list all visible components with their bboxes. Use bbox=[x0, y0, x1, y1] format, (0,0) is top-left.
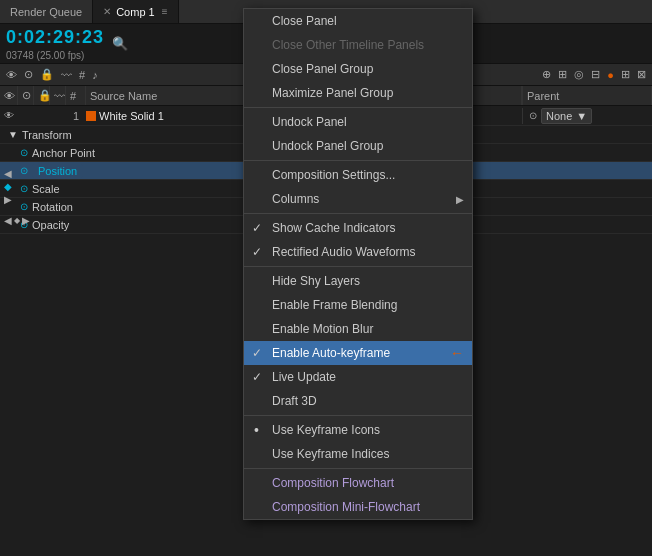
show-cache-check: ✓ bbox=[252, 221, 262, 235]
menu-item-show-cache[interactable]: ✓ Show Cache Indicators bbox=[244, 216, 472, 240]
toolbar-icon-2[interactable]: ⊞ bbox=[556, 68, 569, 81]
parent-dropdown[interactable]: None ▼ bbox=[541, 108, 592, 124]
menu-sep-6 bbox=[244, 468, 472, 469]
layer-eye[interactable]: 👁 bbox=[0, 110, 18, 121]
toolbar-icon-6[interactable]: ⊠ bbox=[635, 68, 648, 81]
rotation-icon: ⊙ bbox=[20, 201, 28, 212]
rotation-label: Rotation bbox=[32, 201, 73, 213]
anchor-point-label: Anchor Point bbox=[32, 147, 95, 159]
columns-arrow-icon: ▶ bbox=[456, 194, 464, 205]
menu-item-keyframe-icons[interactable]: • Use Keyframe Icons bbox=[244, 418, 472, 442]
frame-blending-label: Enable Frame Blending bbox=[272, 298, 397, 312]
close-panel-label: Close Panel bbox=[272, 14, 337, 28]
dropdown-arrow-icon: ▼ bbox=[576, 110, 587, 122]
toolbar-icon-5[interactable]: ⊞ bbox=[619, 68, 632, 81]
layer-name: White Solid 1 bbox=[99, 110, 164, 122]
nav-left-1[interactable]: ◀ bbox=[4, 168, 12, 179]
toolbar-icon-1[interactable]: ⊕ bbox=[540, 68, 553, 81]
fps-info: 03748 (25.00 fps) bbox=[6, 50, 104, 61]
shy-icon[interactable]: 〰 bbox=[59, 69, 74, 81]
header-parent: Parent bbox=[522, 86, 652, 105]
keyframe-nav: ◀ ◆ ▶ bbox=[4, 168, 12, 205]
audio-icon[interactable]: ♪ bbox=[90, 69, 100, 81]
comp-mini-flowchart-label: Composition Mini-Flowchart bbox=[272, 500, 420, 514]
menu-sep-2 bbox=[244, 160, 472, 161]
lock-icon[interactable]: 🔒 bbox=[38, 68, 56, 81]
toolbar-icon-3[interactable]: ◎ bbox=[572, 68, 586, 81]
keyframe-icons-label: Use Keyframe Icons bbox=[272, 423, 380, 437]
live-update-check: ✓ bbox=[252, 370, 262, 384]
hide-shy-label: Hide Shy Layers bbox=[272, 274, 360, 288]
tab-comp1[interactable]: ✕ Comp 1 ≡ bbox=[93, 0, 178, 23]
position-icon: ⊙ bbox=[20, 165, 28, 176]
menu-item-undock-panel-group[interactable]: Undock Panel Group bbox=[244, 134, 472, 158]
solo-icon[interactable]: ⊙ bbox=[22, 68, 35, 81]
nav-right-2[interactable]: ▶ bbox=[22, 215, 30, 226]
auto-keyframe-arrow-icon: ← bbox=[450, 345, 464, 361]
menu-item-motion-blur[interactable]: Enable Motion Blur bbox=[244, 317, 472, 341]
menu-item-keyframe-indices[interactable]: Use Keyframe Indices bbox=[244, 442, 472, 466]
header-parent-label: Parent bbox=[527, 90, 559, 102]
header-shy: 〰 bbox=[50, 86, 66, 105]
menu-item-columns[interactable]: Columns ▶ bbox=[244, 187, 472, 211]
menu-item-auto-keyframe[interactable]: ✓ Enable Auto-keyframe ← bbox=[244, 341, 472, 365]
menu-item-rectified-audio[interactable]: ✓ Rectified Audio Waveforms bbox=[244, 240, 472, 264]
menu-item-maximize-panel-group[interactable]: Maximize Panel Group bbox=[244, 81, 472, 105]
maximize-panel-group-label: Maximize Panel Group bbox=[272, 86, 393, 100]
menu-item-live-update[interactable]: ✓ Live Update bbox=[244, 365, 472, 389]
time-block: 0:02:29:23 03748 (25.00 fps) bbox=[6, 27, 104, 61]
show-cache-label: Show Cache Indicators bbox=[272, 221, 395, 235]
menu-item-close-panel[interactable]: Close Panel bbox=[244, 9, 472, 33]
layer-color-swatch bbox=[86, 111, 96, 121]
menu-item-close-panel-group[interactable]: Close Panel Group bbox=[244, 57, 472, 81]
menu-item-composition-settings[interactable]: Composition Settings... bbox=[244, 163, 472, 187]
menu-item-hide-shy[interactable]: Hide Shy Layers bbox=[244, 269, 472, 293]
auto-keyframe-label: Enable Auto-keyframe bbox=[272, 346, 390, 360]
search-icon[interactable]: 🔍 bbox=[112, 36, 128, 51]
parent-cell: ⊙ None ▼ bbox=[522, 108, 652, 124]
comp-flowchart-label: Composition Flowchart bbox=[272, 476, 394, 490]
menu-item-frame-blending[interactable]: Enable Frame Blending bbox=[244, 293, 472, 317]
nav-right-1[interactable]: ▶ bbox=[4, 194, 12, 205]
undock-panel-group-label: Undock Panel Group bbox=[272, 139, 383, 153]
transform-triangle[interactable]: ▼ bbox=[8, 129, 18, 140]
undock-panel-label: Undock Panel bbox=[272, 115, 347, 129]
nav-left-2[interactable]: ◀ bbox=[4, 215, 12, 226]
draft-3d-label: Draft 3D bbox=[272, 394, 317, 408]
toolbar-icon-4[interactable]: ⊟ bbox=[589, 68, 602, 81]
header-solo: ⊙ bbox=[18, 86, 34, 105]
nav-diamond[interactable]: ◆ bbox=[4, 181, 12, 192]
nav-diamond-2[interactable]: ◆ bbox=[14, 216, 20, 225]
menu-sep-1 bbox=[244, 107, 472, 108]
toolbar-icon-red[interactable]: ● bbox=[605, 69, 616, 81]
menu-item-comp-flowchart[interactable]: Composition Flowchart bbox=[244, 471, 472, 495]
opacity-label: Opacity bbox=[32, 219, 69, 231]
menu-sep-4 bbox=[244, 266, 472, 267]
keyframe-indices-label: Use Keyframe Indices bbox=[272, 447, 389, 461]
header-lock: 🔒 bbox=[34, 86, 50, 105]
context-menu: Close Panel Close Other Timeline Panels … bbox=[243, 8, 473, 520]
tab-render-queue[interactable]: Render Queue bbox=[0, 0, 93, 23]
tab-comp1-menu[interactable]: ≡ bbox=[162, 6, 168, 17]
hash-icon: # bbox=[77, 69, 87, 81]
composition-settings-label: Composition Settings... bbox=[272, 168, 395, 182]
menu-sep-5 bbox=[244, 415, 472, 416]
parent-dropdown-value: None bbox=[546, 110, 572, 122]
menu-item-draft-3d[interactable]: Draft 3D bbox=[244, 389, 472, 413]
scale-icon: ⊙ bbox=[20, 183, 28, 194]
menu-item-undock-panel[interactable]: Undock Panel bbox=[244, 110, 472, 134]
header-hash: # bbox=[66, 86, 86, 105]
layer-number: 1 bbox=[66, 110, 86, 122]
keyframe-nav-2: ◀ ◆ ▶ bbox=[4, 215, 30, 226]
columns-label: Columns bbox=[272, 192, 319, 206]
eye-icon[interactable]: 👁 bbox=[4, 69, 19, 81]
rectified-audio-label: Rectified Audio Waveforms bbox=[272, 245, 416, 259]
parent-icon: ⊙ bbox=[529, 110, 537, 121]
timecode: 0:02:29:23 bbox=[6, 27, 104, 48]
scale-label: Scale bbox=[32, 183, 60, 195]
auto-keyframe-check: ✓ bbox=[252, 346, 262, 360]
menu-item-comp-mini-flowchart[interactable]: Composition Mini-Flowchart bbox=[244, 495, 472, 519]
tab-comp1-close[interactable]: ✕ bbox=[103, 6, 111, 17]
transform-label: Transform bbox=[22, 129, 72, 141]
close-other-timeline-label: Close Other Timeline Panels bbox=[272, 38, 424, 52]
